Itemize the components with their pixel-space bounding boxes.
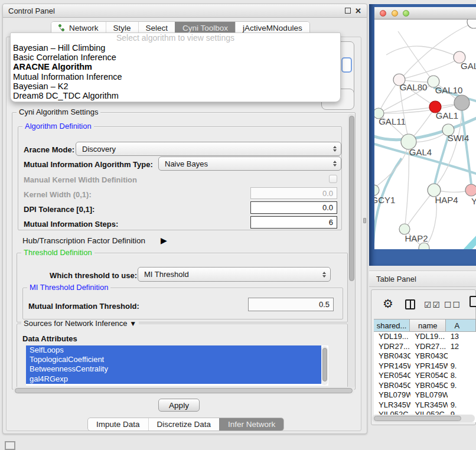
table-row[interactable]: YER054CYER054C8. bbox=[374, 371, 476, 381]
node-label: HAP4 bbox=[435, 195, 458, 205]
mi-steps-input[interactable] bbox=[250, 216, 337, 229]
algorithm-option[interactable]: Mutual Information Inference bbox=[11, 72, 340, 81]
table-row[interactable]: YBL079WYBL079W bbox=[374, 390, 476, 400]
network-window-titlebar[interactable] bbox=[374, 7, 476, 19]
algorithm-option[interactable]: Basic Correlation Inference bbox=[11, 53, 340, 62]
table-horizontal-scrollbar-thumb[interactable] bbox=[374, 416, 461, 421]
mi-threshold-definition-title: MI Threshold Definition bbox=[27, 283, 110, 292]
attribute-item-selected[interactable]: gal4RGexp bbox=[26, 374, 321, 384]
zoom-window-icon[interactable] bbox=[403, 10, 409, 17]
manual-kernel-checkbox[interactable] bbox=[329, 175, 337, 183]
attribute-item-selected[interactable]: TopologicalCoefficient bbox=[26, 355, 321, 364]
settings-group-title: Cyni Algorithm Settings bbox=[17, 108, 100, 116]
focused-spinner-fragment bbox=[341, 57, 352, 73]
control-panel-titlebar[interactable] bbox=[3, 4, 367, 18]
network-canvas[interactable]: GAL GAL80 GAL10 GAL1 GAL11 SWI4 GAL4 GCY… bbox=[374, 19, 476, 249]
listbox-scrollbar-thumb[interactable] bbox=[322, 348, 327, 381]
mi-steps-label: Mutual Information Steps: bbox=[24, 220, 118, 229]
algorithm-definition-title: Algorithm Definition bbox=[22, 122, 94, 131]
apply-button[interactable]: Apply bbox=[158, 399, 200, 412]
tab-network-label: Network bbox=[69, 24, 99, 32]
tab-discretize-data[interactable]: Discretize Data bbox=[148, 418, 220, 431]
screen: Control Panel ✕ Network Style Select Cyn… bbox=[0, 0, 476, 450]
column-header-partial[interactable]: A bbox=[446, 319, 476, 332]
aracne-mode-combobox[interactable]: Discovery bbox=[76, 142, 341, 156]
float-panel-icon[interactable] bbox=[345, 8, 351, 14]
dpi-tolerance-input[interactable] bbox=[250, 201, 337, 214]
select-all-checkboxes-icon[interactable]: ☑☑ bbox=[424, 300, 441, 309]
kernel-width-label: Kernel Width (0,1): bbox=[24, 190, 92, 199]
bottom-tab-bar: Impute Data Discretize Data Infer Networ… bbox=[87, 418, 284, 431]
algorithm-option[interactable]: Bayesian – K2 bbox=[11, 81, 340, 91]
node-salmon[interactable] bbox=[465, 184, 476, 196]
table-row[interactable]: YBR045CYBR045C9. bbox=[374, 381, 476, 391]
edge bbox=[398, 31, 433, 81]
table-panel-titlebar[interactable]: Table Panel bbox=[369, 270, 476, 287]
spinner-arrows-icon bbox=[333, 161, 337, 167]
tab-infer-network[interactable]: Infer Network bbox=[219, 418, 283, 431]
edge-highlighted bbox=[456, 236, 476, 249]
table-row[interactable]: YLR345WYLR345W9. bbox=[374, 400, 476, 410]
close-panel-icon[interactable]: ✕ bbox=[355, 5, 361, 17]
deselect-all-checkboxes-icon[interactable]: ☐☐ bbox=[444, 300, 461, 309]
node-label: Y bbox=[471, 196, 476, 206]
tab-impute-data[interactable]: Impute Data bbox=[88, 418, 148, 431]
node-label: HAP2 bbox=[405, 233, 428, 243]
columns-icon[interactable] bbox=[405, 299, 415, 309]
minimize-window-icon[interactable] bbox=[392, 10, 398, 17]
algorithm-option[interactable]: Bayesian – Hill Climbing bbox=[11, 43, 340, 53]
algorithm-option[interactable]: Dream8 DC_TDC Algorithm bbox=[11, 91, 340, 100]
spinner-arrows-icon bbox=[322, 272, 326, 278]
column-header-shared-name[interactable]: shared... bbox=[374, 319, 410, 332]
table-header-row: shared... name A bbox=[374, 319, 476, 332]
table-row[interactable]: YDL19...YDL19...13 bbox=[374, 332, 476, 342]
edge bbox=[386, 46, 459, 57]
node-label: GCY1 bbox=[374, 195, 395, 205]
algorithm-option-selected[interactable]: ARACNE Algorithm bbox=[11, 62, 340, 71]
spinner-arrows-icon bbox=[333, 146, 337, 152]
network-graph: GAL GAL80 GAL10 GAL1 GAL11 SWI4 GAL4 GCY… bbox=[374, 19, 476, 249]
attribute-item-selected[interactable]: BetweennessCentrality bbox=[26, 364, 321, 374]
node-gcy1[interactable] bbox=[374, 185, 379, 195]
node-gray[interactable] bbox=[454, 95, 470, 110]
node-label: GAL bbox=[461, 61, 476, 71]
algorithm-dropdown-placeholder: Select algorithm to view settings bbox=[11, 33, 340, 43]
which-threshold-combobox[interactable]: MI Threshold bbox=[138, 267, 331, 282]
node-label: GAL4 bbox=[409, 147, 432, 157]
manual-kernel-label: Manual Kernel Width Definition bbox=[24, 175, 137, 184]
mi-threshold-input[interactable] bbox=[248, 298, 334, 311]
aracne-mode-value: Discovery bbox=[82, 145, 116, 154]
table-row[interactable]: YPR145WYPR145W9. bbox=[374, 361, 476, 371]
expander-expanded-icon[interactable]: ▼ bbox=[129, 319, 136, 328]
minimized-panel-icon[interactable] bbox=[5, 441, 15, 450]
network-icon bbox=[58, 24, 66, 32]
which-threshold-label: Which threshold to use: bbox=[50, 271, 137, 280]
mi-type-label: Mutual Information Algorithm Type: bbox=[24, 160, 153, 169]
node-attribute-table: shared... name A YDL19...YDL19...13 YDR2… bbox=[374, 319, 476, 422]
table-row[interactable]: YDR27...YDR27...12 bbox=[374, 342, 476, 352]
mi-type-combobox[interactable]: Naive Bayes bbox=[158, 156, 341, 171]
data-attributes-listbox: SelfLoops TopologicalCoefficient Between… bbox=[26, 345, 328, 386]
kernel-width-input[interactable] bbox=[250, 187, 337, 199]
dpi-tolerance-label: DPI Tolerance [0,1]: bbox=[24, 205, 94, 214]
control-panel-title: Control Panel bbox=[8, 4, 55, 18]
data-attributes-label: Data Attributes bbox=[22, 334, 77, 343]
expander-collapsed-icon[interactable]: ▶ bbox=[161, 236, 167, 245]
node-label: GAL80 bbox=[400, 82, 428, 92]
sources-group-title: Sources for Network Inference ▼ bbox=[21, 319, 139, 328]
close-window-icon[interactable] bbox=[380, 10, 386, 17]
gear-icon[interactable]: ⚙ bbox=[383, 297, 393, 310]
mi-type-value: Naive Bayes bbox=[165, 159, 208, 168]
node[interactable] bbox=[467, 19, 476, 28]
document-icon[interactable] bbox=[470, 296, 476, 307]
column-header-name[interactable]: name bbox=[410, 319, 446, 332]
edge bbox=[435, 136, 448, 184]
attribute-item-selected[interactable]: SelfLoops bbox=[26, 345, 321, 355]
table-panel-title: Table Panel bbox=[376, 271, 416, 288]
table-row[interactable]: YBR043CYBR043C bbox=[374, 351, 476, 361]
hub-definition-expander-label[interactable]: Hub/Transcription Factor Definition bbox=[22, 236, 145, 245]
settings-horizontal-scrollbar-thumb[interactable] bbox=[15, 388, 353, 393]
splitter-handle[interactable] bbox=[363, 218, 366, 223]
settings-vertical-scrollbar-thumb[interactable] bbox=[349, 116, 354, 281]
node-label: SWI4 bbox=[448, 133, 470, 143]
